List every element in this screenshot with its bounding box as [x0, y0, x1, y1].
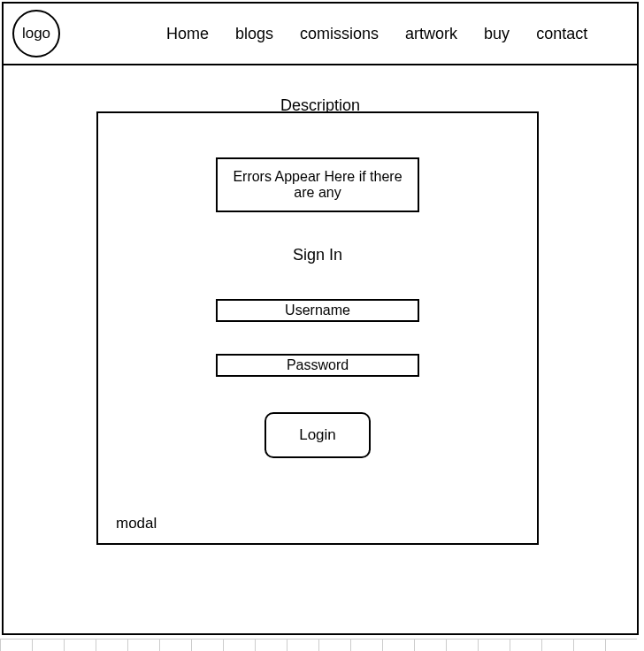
nav-home[interactable]: Home: [166, 25, 209, 43]
ruler-decoration: [0, 639, 644, 651]
nav-artwork[interactable]: artwork: [405, 25, 457, 43]
logo-text: logo: [22, 25, 50, 42]
modal-label: modal: [116, 515, 157, 532]
username-input[interactable]: [216, 299, 419, 322]
logo[interactable]: logo: [12, 10, 60, 57]
nav-blogs[interactable]: blogs: [235, 25, 273, 43]
nav-buy[interactable]: buy: [484, 25, 510, 43]
page-frame: logo Home blogs comissions artwork buy c…: [2, 2, 639, 635]
error-message-box: Errors Appear Here if there are any: [216, 157, 419, 212]
signin-heading: Sign In: [293, 246, 342, 264]
nav-comissions[interactable]: comissions: [300, 25, 379, 43]
signin-modal: Errors Appear Here if there are any Sign…: [96, 111, 539, 545]
header: logo Home blogs comissions artwork buy c…: [4, 4, 637, 65]
password-input[interactable]: [216, 354, 419, 377]
main-nav: Home blogs comissions artwork buy contac…: [166, 25, 587, 43]
main-area: Description Errors Appear Here if there …: [4, 65, 637, 633]
nav-contact[interactable]: contact: [536, 25, 587, 43]
login-button[interactable]: Login: [264, 412, 371, 458]
